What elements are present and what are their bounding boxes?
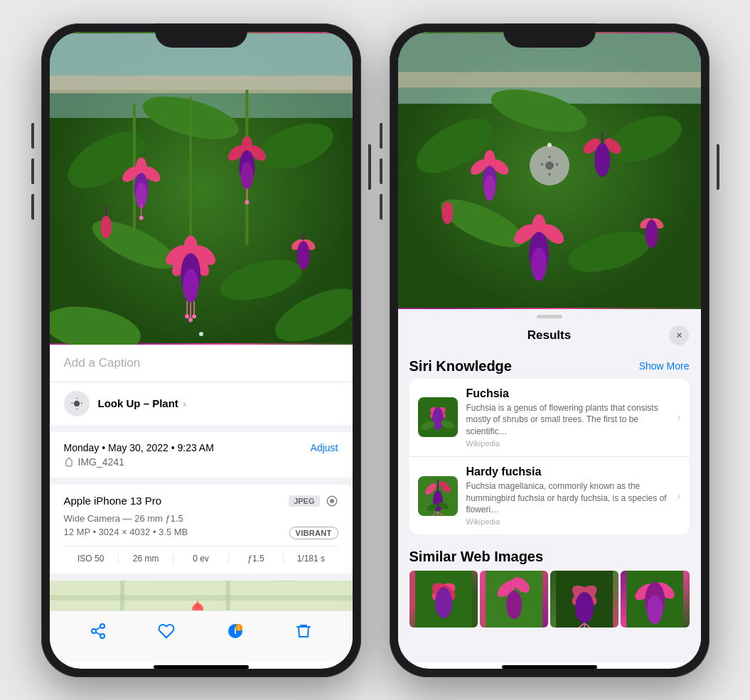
share-button[interactable] <box>88 621 108 641</box>
hardy-desc: Fuchsia magellanica, commonly known as t… <box>466 480 669 516</box>
svg-point-81 <box>594 143 610 177</box>
fuchsia-item[interactable]: Fuchsia Fuchsia is a genus of flowering … <box>409 379 690 457</box>
svg-point-52 <box>330 499 334 503</box>
fuchsia-chevron-icon: › <box>677 411 680 424</box>
close-button[interactable]: × <box>669 325 689 345</box>
lookup-text: Look Up – Plant › <box>98 397 186 410</box>
phone-2-inner: Results × Siri Knowledge Show More <box>398 32 701 669</box>
svg-text:i: i <box>238 625 240 630</box>
svg-point-87 <box>531 247 547 281</box>
caption-placeholder[interactable]: Add a Caption <box>64 356 141 370</box>
svg-rect-56 <box>225 581 230 610</box>
phone-2: Results × Siri Knowledge Show More <box>390 23 709 677</box>
phone-1-inner: Add a Caption Look Up – Plant › <box>50 32 353 669</box>
fuchsia-text: Fuchsia Fuchsia is a genus of flowering … <box>466 387 669 448</box>
bottom-toolbar: i i <box>50 610 353 662</box>
svg-point-88 <box>441 201 453 224</box>
svg-point-115 <box>506 591 522 619</box>
svg-point-95 <box>432 407 444 430</box>
home-indicator-1 <box>154 665 249 669</box>
hardy-source: Wikipedia <box>466 517 669 526</box>
web-images-row <box>398 571 701 628</box>
exif-row: ISO 50 26 mm 0 ev ƒ1.5 1/181 s <box>64 546 338 564</box>
exif-ev: 0 ev <box>173 554 228 564</box>
svg-point-42 <box>185 314 189 318</box>
camera-row: Apple iPhone 13 Pro JPEG <box>64 495 338 507</box>
siri-dot <box>547 143 552 147</box>
camera-resolution: 12 MP • 3024 × 4032 • 3.5 MB <box>64 527 188 537</box>
svg-point-50 <box>296 241 309 269</box>
svg-point-38 <box>183 268 198 302</box>
hardy-text: Hardy fuchsia Fuchsia magellanica, commo… <box>466 465 669 526</box>
results-panel: Results × Siri Knowledge Show More <box>398 309 701 662</box>
photo-image-2 <box>398 32 701 309</box>
home-indicator-2 <box>502 665 597 669</box>
web-image-4[interactable] <box>621 571 689 628</box>
svg-point-119 <box>575 592 594 623</box>
app-container: Add a Caption Look Up – Plant › <box>20 2 731 699</box>
show-more-button[interactable]: Show More <box>639 360 690 372</box>
lookup-chevron-icon: › <box>183 398 186 409</box>
web-image-3[interactable] <box>550 571 618 628</box>
hardy-name: Hardy fuchsia <box>466 465 669 478</box>
svg-rect-55 <box>120 581 124 610</box>
siri-knowledge-header: Siri Knowledge Show More <box>398 351 701 379</box>
svg-point-77 <box>483 175 495 200</box>
camera-lens: Wide Camera — 26 mm ƒ1.5 <box>64 513 338 524</box>
map-section <box>50 581 353 610</box>
info-panel: Add a Caption Look Up – Plant › <box>50 345 353 610</box>
fuchsia-name: Fuchsia <box>466 387 669 400</box>
notch-1 <box>155 23 247 48</box>
info-button[interactable]: i i <box>225 621 245 641</box>
photo-image-1 <box>50 32 353 345</box>
phone-1: Add a Caption Look Up – Plant › <box>41 23 361 677</box>
web-images-section: Similar Web Images <box>398 540 701 628</box>
fuchsia-source: Wikipedia <box>466 439 669 448</box>
camera-model: Apple iPhone 13 Pro <box>64 495 162 507</box>
svg-point-91 <box>645 220 658 248</box>
svg-point-127 <box>647 596 663 624</box>
lookup-row[interactable]: Look Up – Plant › <box>50 382 353 425</box>
adjust-button[interactable]: Adjust <box>311 442 338 453</box>
knowledge-card: Fuchsia Fuchsia is a genus of flowering … <box>409 379 690 535</box>
siri-knowledge-title: Siri Knowledge <box>409 358 512 375</box>
svg-rect-66 <box>398 72 701 87</box>
web-image-2[interactable] <box>480 571 548 628</box>
camera-section: Apple iPhone 13 Pro JPEG Wide Camera — 2… <box>50 485 353 574</box>
notch-2 <box>503 23 596 48</box>
svg-point-22 <box>139 215 143 220</box>
lookup-icon <box>64 391 90 416</box>
svg-point-30 <box>245 200 249 204</box>
exif-aperture: ƒ1.5 <box>229 554 284 564</box>
heart-button[interactable] <box>156 621 176 641</box>
results-title: Results <box>527 328 571 343</box>
exif-iso: ISO 50 <box>64 554 119 564</box>
exif-shutter: 1/181 s <box>284 554 338 564</box>
meta-date: Monday • May 30, 2022 • 9:23 AM <box>64 442 214 453</box>
meta-filename: IMG_4241 <box>64 456 338 468</box>
fuchsia-thumb <box>418 397 458 437</box>
svg-point-111 <box>435 587 452 618</box>
svg-point-46 <box>100 215 112 238</box>
svg-rect-54 <box>50 595 353 601</box>
exif-focal: 26 mm <box>119 554 173 564</box>
svg-point-43 <box>188 318 193 322</box>
svg-point-28 <box>240 162 253 189</box>
svg-rect-3 <box>50 75 353 93</box>
format-badge: JPEG <box>289 495 319 507</box>
hardy-fuchsia-item[interactable]: Hardy fuchsia Fuchsia magellanica, commo… <box>409 457 690 534</box>
trash-button[interactable] <box>294 621 314 641</box>
vibrant-badge: VIBRANT <box>289 527 338 539</box>
caption-area[interactable]: Add a Caption <box>50 345 353 382</box>
svg-point-44 <box>192 314 196 318</box>
web-images-title: Similar Web Images <box>398 544 701 571</box>
meta-date-row: Monday • May 30, 2022 • 9:23 AM Adjust <box>64 442 338 453</box>
siri-lookup-button[interactable] <box>530 146 569 185</box>
web-image-1[interactable] <box>409 571 478 628</box>
lookup-label: Look Up – Plant <box>98 397 182 409</box>
fuchsia-desc: Fuchsia is a genus of flowering plants t… <box>466 402 669 438</box>
metadata-section: Monday • May 30, 2022 • 9:23 AM Adjust I… <box>50 432 353 478</box>
photo-dot-1 <box>199 332 203 336</box>
hardy-thumb <box>418 476 458 516</box>
results-header: Results × <box>398 318 701 351</box>
